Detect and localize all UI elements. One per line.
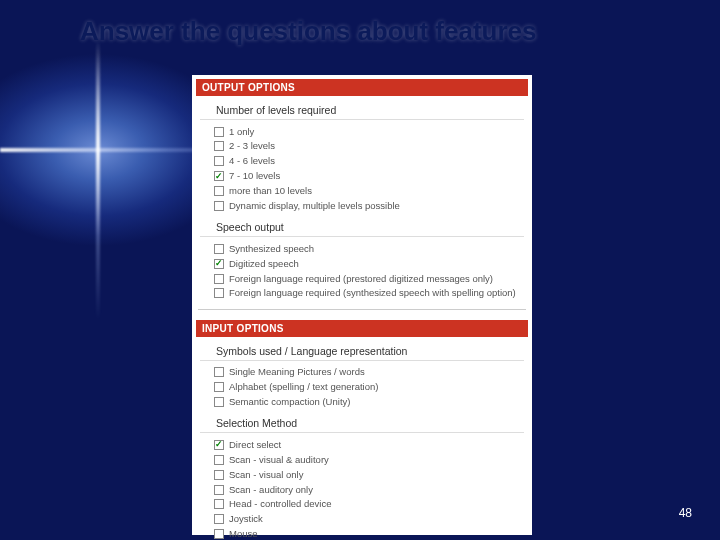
option-label: Scan - auditory only <box>229 484 524 496</box>
option-label: Semantic compaction (Unity) <box>229 396 524 408</box>
group-title-selection: Selection Method <box>200 411 524 433</box>
option-row[interactable]: Scan - visual & auditory <box>214 452 524 467</box>
option-row[interactable]: more than 10 levels <box>214 184 524 199</box>
features-panel: OUTPUT OPTIONS Number of levels required… <box>192 75 532 535</box>
checkbox-icon[interactable] <box>214 470 224 480</box>
option-label: Synthesized speech <box>229 243 524 255</box>
checkbox-icon[interactable] <box>214 288 224 298</box>
option-label: Single Meaning Pictures / words <box>229 366 524 378</box>
option-row[interactable]: Joystick <box>214 512 524 527</box>
option-label: Foreign language required (synthesized s… <box>229 287 524 299</box>
option-row[interactable]: Foreign language required (synthesized s… <box>214 286 524 301</box>
group-options-symbols: Single Meaning Pictures / words Alphabet… <box>192 365 532 412</box>
checkbox-icon[interactable] <box>214 499 224 509</box>
option-row[interactable]: 7 - 10 levels <box>214 169 524 184</box>
group-options-selection: Direct select Scan - visual & auditory S… <box>192 437 532 540</box>
option-label: Mouse <box>229 528 524 540</box>
option-row[interactable]: Alphabet (spelling / text generation) <box>214 380 524 395</box>
option-row[interactable]: Head - controlled device <box>214 497 524 512</box>
group-title-symbols: Symbols used / Language representation <box>200 339 524 361</box>
checkbox-icon[interactable] <box>214 367 224 377</box>
page-number: 48 <box>679 506 692 520</box>
checkbox-icon[interactable] <box>214 440 224 450</box>
checkbox-icon[interactable] <box>214 201 224 211</box>
option-label: more than 10 levels <box>229 185 524 197</box>
option-label: Alphabet (spelling / text generation) <box>229 381 524 393</box>
option-label: Scan - visual & auditory <box>229 454 524 466</box>
option-row[interactable]: Direct select <box>214 437 524 452</box>
checkbox-icon[interactable] <box>214 244 224 254</box>
option-row[interactable]: Semantic compaction (Unity) <box>214 395 524 410</box>
option-label: Digitized speech <box>229 258 524 270</box>
checkbox-icon[interactable] <box>214 171 224 181</box>
group-options-speech: Synthesized speech Digitized speech Fore… <box>192 241 532 303</box>
option-label: 7 - 10 levels <box>229 170 524 182</box>
checkbox-icon[interactable] <box>214 529 224 539</box>
checkbox-icon[interactable] <box>214 127 224 137</box>
checkbox-icon[interactable] <box>214 514 224 524</box>
option-label: Dynamic display, multiple levels possibl… <box>229 200 524 212</box>
lens-flare-vertical <box>96 40 100 320</box>
option-row[interactable]: Mouse <box>214 527 524 540</box>
checkbox-icon[interactable] <box>214 274 224 284</box>
option-row[interactable]: 4 - 6 levels <box>214 154 524 169</box>
option-label: Direct select <box>229 439 524 451</box>
option-row[interactable]: Synthesized speech <box>214 241 524 256</box>
checkbox-icon[interactable] <box>214 259 224 269</box>
option-label: Joystick <box>229 513 524 525</box>
option-label: Head - controlled device <box>229 498 524 510</box>
option-label: 1 only <box>229 126 524 138</box>
checkbox-icon[interactable] <box>214 455 224 465</box>
checkbox-icon[interactable] <box>214 485 224 495</box>
section-header-input: INPUT OPTIONS <box>196 320 528 337</box>
option-row[interactable]: Dynamic display, multiple levels possibl… <box>214 198 524 213</box>
checkbox-icon[interactable] <box>214 382 224 392</box>
group-options-levels: 1 only 2 - 3 levels 4 - 6 levels 7 - 10 … <box>192 124 532 215</box>
checkbox-icon[interactable] <box>214 397 224 407</box>
option-row[interactable]: Scan - visual only <box>214 467 524 482</box>
option-row[interactable]: Digitized speech <box>214 256 524 271</box>
option-row[interactable]: Foreign language required (prestored dig… <box>214 271 524 286</box>
checkbox-icon[interactable] <box>214 156 224 166</box>
group-title-levels: Number of levels required <box>200 98 524 120</box>
option-label: Scan - visual only <box>229 469 524 481</box>
checkbox-icon[interactable] <box>214 141 224 151</box>
option-row[interactable]: Scan - auditory only <box>214 482 524 497</box>
section-header-output: OUTPUT OPTIONS <box>196 79 528 96</box>
divider <box>198 309 526 310</box>
page-title: Answer the questions about features <box>80 16 537 47</box>
option-label: 4 - 6 levels <box>229 155 524 167</box>
option-label: 2 - 3 levels <box>229 140 524 152</box>
slide-background: Answer the questions about features OUTP… <box>0 0 720 540</box>
group-title-speech: Speech output <box>200 215 524 237</box>
option-row[interactable]: 2 - 3 levels <box>214 139 524 154</box>
checkbox-icon[interactable] <box>214 186 224 196</box>
option-label: Foreign language required (prestored dig… <box>229 273 524 285</box>
option-row[interactable]: Single Meaning Pictures / words <box>214 365 524 380</box>
option-row[interactable]: 1 only <box>214 124 524 139</box>
